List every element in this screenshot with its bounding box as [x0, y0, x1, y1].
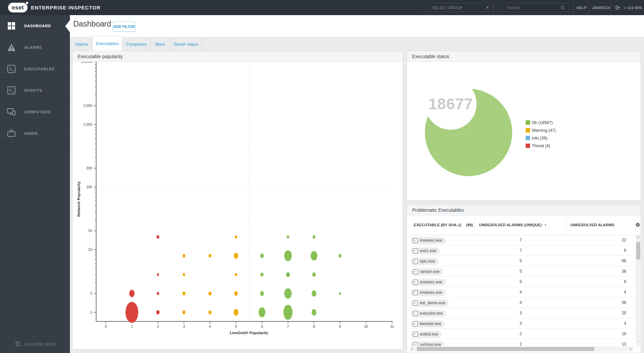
table-row[interactable]: >_msiexec.exe58	[410, 277, 639, 287]
tab-more[interactable]: More	[150, 38, 170, 51]
sidebar-item-computers[interactable]: COMPUTERS	[0, 101, 70, 123]
bubble-threat[interactable]	[157, 235, 159, 239]
select-group-button[interactable]: SELECT GROUP ✕	[428, 3, 494, 12]
bubble-ok[interactable]	[260, 273, 264, 277]
bubble-ok[interactable]	[311, 251, 317, 261]
bubble-threat[interactable]	[157, 292, 159, 295]
sidebar-item-alarms[interactable]: ALARMS	[0, 37, 70, 58]
sidebar-item-scripts[interactable]: # SCRIPTS	[0, 80, 70, 101]
table-row[interactable]: >_executor.exe325	[410, 308, 639, 318]
collapse-menu-button[interactable]: COLLAPSE MENU	[0, 340, 70, 348]
table-row[interactable]: >_exe1.exe79	[410, 245, 639, 256]
executable-popularity-panel: Executable popularity 1210201002001,0002…	[72, 51, 403, 350]
bubble-threat[interactable]	[156, 310, 160, 315]
sidebar-item-dashboard[interactable]: DASHBOARD	[0, 15, 70, 37]
vertical-scrollbar[interactable]: ˅ ˇ	[636, 235, 641, 346]
bubble-ok[interactable]	[287, 235, 289, 239]
bubble-ok[interactable]	[313, 235, 315, 239]
bubble-chart[interactable]: 1210201002001,0002,00010,000012345678910…	[73, 62, 403, 350]
add-filter-button[interactable]: ADD FILTER	[113, 21, 135, 32]
executable-pill[interactable]: >_exe1.exe	[411, 247, 440, 254]
bubble-warning[interactable]	[234, 309, 238, 316]
bubble-threat[interactable]	[157, 273, 159, 276]
executable-pill[interactable]: >_msiexec.exe	[411, 237, 446, 244]
legend-item-info[interactable]: Info (39)	[526, 134, 556, 142]
bubble-ok[interactable]	[286, 272, 290, 277]
scroll-up-icon[interactable]: ˅	[636, 235, 641, 240]
gear-icon[interactable]: ⚙	[636, 222, 640, 228]
executable-pill[interactable]: >_estest.exe	[411, 331, 442, 338]
bubble-warning[interactable]	[235, 235, 237, 238]
bubble-warning[interactable]	[235, 273, 237, 276]
tab-alarms[interactable]: Alarms	[71, 38, 93, 51]
executable-pill[interactable]: >_epic.exe	[411, 258, 438, 265]
executable-pill[interactable]: >_msiexec.exe	[411, 289, 446, 296]
executable-pill[interactable]: >_ransim.exe	[411, 268, 443, 275]
bubble-warning[interactable]	[183, 291, 186, 296]
horizontal-scroll-thumb[interactable]	[417, 347, 594, 351]
sidebar-item-executables[interactable]: EXECUTABLES	[0, 58, 70, 80]
tab-computers[interactable]: Computers	[122, 38, 151, 51]
executable-pill[interactable]: >_tiworker.exe	[411, 320, 445, 327]
legend-item-threat[interactable]: Threat (4)	[526, 142, 556, 150]
bubble-ok[interactable]	[260, 291, 264, 296]
bubble-warning[interactable]	[183, 310, 186, 314]
bubble-ok[interactable]	[312, 272, 316, 277]
bubble-warning[interactable]	[234, 253, 238, 259]
clear-group-icon[interactable]: ✕	[486, 5, 489, 10]
table-row[interactable]: >_msiexec.exe44	[410, 287, 639, 298]
bubble-warning[interactable]	[208, 291, 211, 296]
bubble-ok[interactable]	[284, 250, 292, 261]
bubble-warning[interactable]	[208, 310, 211, 314]
table-row[interactable]: >_epic.exe568	[410, 256, 639, 266]
bubble-ok[interactable]	[312, 290, 316, 297]
bubble-ok[interactable]	[258, 307, 265, 317]
tab-executables[interactable]: Executables	[92, 36, 122, 51]
unresolved-count: 4	[566, 321, 636, 326]
sidebar-item-admin[interactable]: ADMIN	[0, 123, 70, 144]
column-header-unresolved-unique[interactable]: UNRESOLVED ALARMS (UNIQUE) ▼	[475, 215, 566, 235]
column-header-unresolved[interactable]: UNRESOLVED ALARMS	[566, 215, 636, 235]
executable-pill[interactable]: >_svchost.exe	[411, 341, 444, 346]
bubble-warning[interactable]	[183, 254, 185, 258]
legend-swatch	[526, 136, 530, 140]
help-link[interactable]: HELP	[576, 0, 587, 15]
user-menu[interactable]: JANKECH	[592, 0, 610, 15]
table-row[interactable]: >_eei_demo.exe436	[410, 298, 639, 308]
bubble-ok[interactable]	[284, 288, 292, 299]
search-icon[interactable]	[560, 5, 565, 10]
scroll-down-icon[interactable]: ˇ	[636, 340, 641, 346]
logout-icon[interactable]	[615, 0, 620, 15]
executable-pill[interactable]: >_executor.exe	[411, 310, 446, 317]
bubble-threat[interactable]	[125, 302, 138, 323]
vertical-scroll-thumb[interactable]	[636, 242, 640, 260]
executable-pill[interactable]: >_eei_demo.exe	[411, 300, 448, 307]
sort-desc-icon[interactable]: ▼	[545, 224, 547, 226]
search-input[interactable]	[506, 5, 558, 10]
search-box[interactable]	[502, 3, 569, 12]
legend-item-ok[interactable]: Ok (18587)	[526, 119, 556, 126]
horizontal-scrollbar[interactable]: ‹ ›	[409, 346, 633, 352]
scroll-right-icon[interactable]: ›	[628, 346, 633, 352]
bubble-warning[interactable]	[183, 273, 185, 276]
bubble-ok[interactable]	[312, 309, 316, 316]
bubble-warning[interactable]	[234, 291, 238, 296]
scroll-left-icon[interactable]: ‹	[409, 346, 415, 352]
table-row[interactable]: >_ransim.exe538	[410, 266, 639, 277]
bubble-ok[interactable]	[339, 292, 341, 295]
column-header-executable[interactable]: EXECUTABLE (BY SHA-1) (98)	[410, 215, 475, 235]
tab-server-status[interactable]: Server status	[170, 38, 202, 51]
table-row[interactable]: >_msiexec.exe722	[410, 235, 639, 245]
bubble-ok[interactable]	[260, 253, 264, 258]
bubble-ok[interactable]	[339, 254, 341, 258]
table-row[interactable]: >_svchost.exe213	[410, 339, 639, 346]
bubble-warning[interactable]	[209, 254, 211, 258]
table-header: EXECUTABLE (BY SHA-1) (98) UNRESOLVED AL…	[410, 215, 639, 235]
legend-item-warning[interactable]: Warning (47)	[526, 126, 556, 134]
bubble-ok[interactable]	[283, 305, 292, 320]
svg-text:10: 10	[88, 247, 92, 251]
table-row[interactable]: >_tiworker.exe34	[410, 318, 639, 329]
executable-pill[interactable]: >_msiexec.exe	[411, 279, 446, 286]
bubble-threat[interactable]	[129, 290, 134, 297]
table-row[interactable]: >_estest.exe219	[410, 329, 639, 339]
